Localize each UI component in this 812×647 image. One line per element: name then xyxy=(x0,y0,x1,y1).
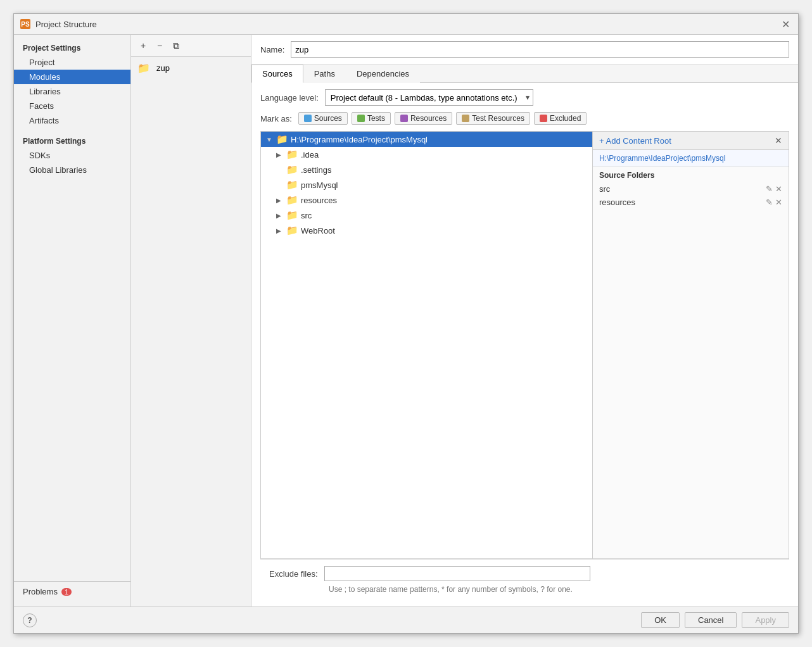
close-icon[interactable]: ✕ xyxy=(779,18,792,30)
tree-arrow-src[interactable]: ▶ xyxy=(276,212,286,219)
source-folder-resources[interactable]: resources ✎ ✕ xyxy=(593,196,789,209)
title-bar: PS Project Structure ✕ xyxy=(14,14,798,35)
test-resources-color-icon xyxy=(462,115,469,122)
source-folders-title: Source Folders xyxy=(593,167,789,182)
add-content-root-button[interactable]: + Add Content Root xyxy=(599,136,671,146)
right-panel-header: + Add Content Root ✕ xyxy=(593,132,789,150)
mark-tests-button[interactable]: Tests xyxy=(352,112,391,125)
folder-icon-settings: 📁 xyxy=(286,164,298,175)
mark-as-row: Mark as: Sources Tests Resources xyxy=(260,112,789,125)
exclude-hint: Use ; to separate name patterns, * for a… xyxy=(329,585,780,594)
tree-arrow-resources[interactable]: ▶ xyxy=(276,197,286,204)
module-toolbar: + − ⧉ xyxy=(131,35,251,57)
window-title: Project Structure xyxy=(35,20,97,29)
window-body: Project Settings Project Modules Librari… xyxy=(14,35,798,606)
source-folder-src-actions: ✎ ✕ xyxy=(766,184,782,194)
source-folder-src-label: src xyxy=(599,184,766,194)
tree-item-idea[interactable]: ▶ 📁 .idea xyxy=(261,147,592,162)
mark-test-resources-button[interactable]: Test Resources xyxy=(456,112,530,125)
name-row: Name: xyxy=(251,35,798,65)
problems-label: Problems xyxy=(23,587,58,596)
tree-label-resources: resources xyxy=(301,196,337,205)
tree-label-src: src xyxy=(301,211,312,220)
excluded-color-icon xyxy=(540,115,547,122)
project-structure-window: PS Project Structure ✕ Project Settings … xyxy=(13,13,799,634)
source-folder-resources-actions: ✎ ✕ xyxy=(766,198,782,207)
module-item-zup[interactable]: 📁 zup xyxy=(131,60,251,77)
name-input[interactable] xyxy=(291,41,789,58)
name-label: Name: xyxy=(260,45,284,54)
problems-section[interactable]: Problems 1 xyxy=(14,581,130,601)
mark-as-label: Mark as: xyxy=(260,114,292,123)
tabs-row: Sources Paths Dependencies xyxy=(251,65,798,83)
language-level-row: Language level: Project default (8 - Lam… xyxy=(260,89,789,106)
edit-src-icon[interactable]: ✎ xyxy=(766,184,773,194)
tests-color-icon xyxy=(357,115,365,122)
tree-item-root[interactable]: ▼ 📁 H:\Programme\IdeaProject\pmsMysql xyxy=(261,132,592,147)
sources-color-icon xyxy=(304,115,312,122)
exclude-row: Exclude files: xyxy=(269,566,780,581)
tree-label-pmsmysql: pmsMysql xyxy=(301,180,338,190)
split-pane: ▼ 📁 H:\Programme\IdeaProject\pmsMysql ▶ … xyxy=(260,131,789,559)
add-module-button[interactable]: + xyxy=(136,39,150,53)
bottom-area: Exclude files: Use ; to separate name pa… xyxy=(260,559,789,600)
copy-module-button[interactable]: ⧉ xyxy=(169,39,183,53)
right-panel: + Add Content Root ✕ H:\Programme\IdeaPr… xyxy=(593,131,789,559)
tree-label-webroot: WebRoot xyxy=(301,226,335,236)
source-folder-resources-label: resources xyxy=(599,198,766,207)
ok-button[interactable]: OK xyxy=(641,612,680,628)
bottom-buttons: ? OK Cancel Apply xyxy=(14,606,798,633)
tree-arrow-webroot[interactable]: ▶ xyxy=(276,227,286,234)
platform-settings-title: Platform Settings xyxy=(14,133,130,148)
sidebar-item-modules[interactable]: Modules xyxy=(14,70,130,84)
module-item-label: zup xyxy=(156,63,170,73)
tree-arrow-idea[interactable]: ▶ xyxy=(276,151,286,158)
title-bar-left: PS Project Structure xyxy=(20,19,97,29)
module-list-panel: + − ⧉ 📁 zup xyxy=(131,35,251,606)
folder-icon-idea: 📁 xyxy=(286,149,298,160)
remove-src-icon[interactable]: ✕ xyxy=(775,184,782,194)
mark-excluded-button[interactable]: Excluded xyxy=(534,112,587,125)
exclude-files-input[interactable] xyxy=(324,566,590,581)
sidebar-item-libraries[interactable]: Libraries xyxy=(14,84,130,99)
folder-icon-webroot: 📁 xyxy=(286,225,298,236)
folder-icon-pmsmysql: 📁 xyxy=(286,179,298,191)
tree-item-settings[interactable]: 📁 .settings xyxy=(261,162,592,177)
help-button[interactable]: ? xyxy=(23,613,37,627)
edit-resources-icon[interactable]: ✎ xyxy=(766,198,773,207)
source-folder-src[interactable]: src ✎ ✕ xyxy=(593,182,789,196)
sidebar-item-facets[interactable]: Facets xyxy=(14,99,130,113)
mark-sources-button[interactable]: Sources xyxy=(298,112,348,125)
language-level-label: Language level: xyxy=(260,93,319,103)
module-items-list: 📁 zup xyxy=(131,57,251,606)
cancel-button[interactable]: Cancel xyxy=(685,612,737,628)
right-panel-path: H:\Programme\IdeaProject\pmsMysql xyxy=(593,150,789,167)
sources-tab-content: Language level: Project default (8 - Lam… xyxy=(251,83,798,606)
sidebar-item-artifacts[interactable]: Artifacts xyxy=(14,113,130,128)
tree-arrow-pmsmysql xyxy=(276,182,286,189)
sidebar-item-sdks[interactable]: SDKs xyxy=(14,148,130,163)
remove-module-button[interactable]: − xyxy=(153,39,167,53)
tree-root-label: H:\Programme\IdeaProject\pmsMysql xyxy=(291,135,428,144)
tree-arrow-settings xyxy=(276,166,286,173)
tree-arrow-root[interactable]: ▼ xyxy=(266,136,276,143)
tab-dependencies[interactable]: Dependencies xyxy=(346,65,420,83)
exclude-files-label: Exclude files: xyxy=(269,569,318,579)
app-icon: PS xyxy=(20,19,30,29)
sidebar-item-global-libraries[interactable]: Global Libraries xyxy=(14,163,130,177)
tab-paths[interactable]: Paths xyxy=(303,65,346,83)
tree-item-pmsmysql[interactable]: 📁 pmsMysql xyxy=(261,177,592,192)
tree-item-src[interactable]: ▶ 📁 src xyxy=(261,208,592,223)
tree-item-resources[interactable]: ▶ 📁 resources xyxy=(261,192,592,208)
tab-sources[interactable]: Sources xyxy=(251,65,303,83)
tree-item-webroot[interactable]: ▶ 📁 WebRoot xyxy=(261,223,592,238)
language-level-select[interactable]: Project default (8 - Lambdas, type annot… xyxy=(325,89,533,106)
project-settings-title: Project Settings xyxy=(14,40,130,55)
mark-resources-button[interactable]: Resources xyxy=(395,112,452,125)
remove-resources-icon[interactable]: ✕ xyxy=(775,198,782,207)
right-panel-close-button[interactable]: ✕ xyxy=(775,135,782,146)
tree-label-idea: .idea xyxy=(301,150,319,160)
sidebar-item-project[interactable]: Project xyxy=(14,55,130,70)
tree-label-settings: .settings xyxy=(301,165,331,175)
apply-button[interactable]: Apply xyxy=(742,612,789,628)
